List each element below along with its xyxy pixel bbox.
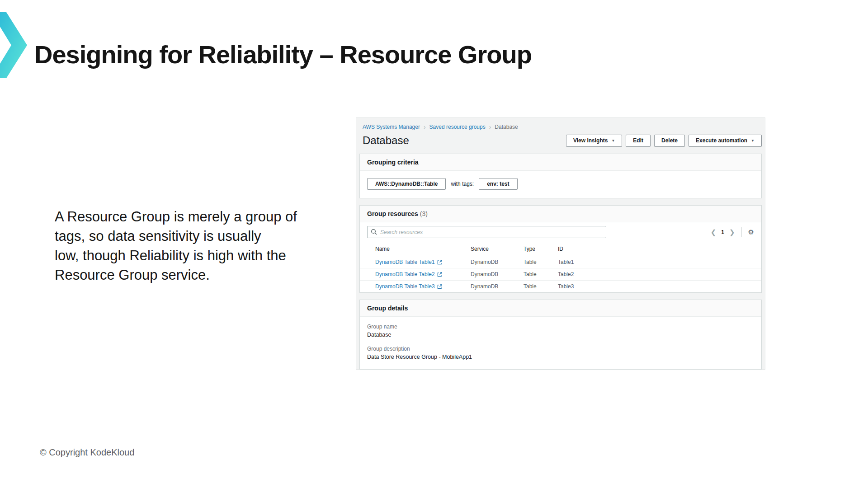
table-row: DynamoDB Table Table2 DynamoDB Table Tab… — [360, 268, 761, 280]
resource-service: DynamoDB — [471, 259, 524, 265]
grouping-criteria-header: Grouping criteria — [360, 154, 761, 171]
resource-link[interactable]: DynamoDB Table Table2 — [375, 271, 471, 277]
group-resources-count: (3) — [420, 210, 428, 217]
view-insights-label: View Insights — [573, 137, 608, 144]
resource-name: DynamoDB Table Table1 — [375, 259, 435, 265]
slide-body-paragraph: A Resource Group is merely a group of ta… — [55, 207, 297, 285]
group-name-label: Group name — [367, 324, 754, 330]
column-header-name: Name — [375, 246, 471, 252]
breadcrumb-separator-icon: › — [489, 124, 491, 130]
action-toolbar: View Insights ▼ Edit Delete Execute auto… — [566, 135, 762, 147]
column-header-id: ID — [558, 246, 754, 252]
resource-link[interactable]: DynamoDB Table Table3 — [375, 283, 471, 290]
group-details-header: Group details — [360, 300, 761, 317]
resources-table-header-row: Name Service Type ID — [360, 242, 761, 256]
body-line: Resource Group service. — [55, 265, 297, 285]
edit-button[interactable]: Edit — [626, 135, 651, 147]
body-line: low, though Reliability is high with the — [55, 246, 297, 265]
edit-label: Edit — [633, 137, 643, 144]
view-insights-button[interactable]: View Insights ▼ — [566, 135, 622, 147]
table-row: DynamoDB Table Table1 DynamoDB Table Tab… — [360, 256, 761, 268]
settings-gear-icon[interactable]: ⚙ — [748, 229, 754, 235]
execute-automation-button[interactable]: Execute automation ▼ — [689, 135, 762, 147]
grouping-criteria-card: Grouping criteria AWS::DynamoDB::Table w… — [359, 154, 762, 198]
slide-title: Designing for Reliability – Resource Gro… — [34, 40, 532, 69]
resource-name: DynamoDB Table Table2 — [375, 271, 435, 277]
resource-link[interactable]: DynamoDB Table Table1 — [375, 259, 471, 265]
resource-id: Table2 — [558, 271, 754, 277]
pagination: ❮ 1 ❯ ⚙ — [711, 227, 754, 237]
group-resources-title: Group resources — [367, 210, 418, 217]
resource-id: Table1 — [558, 259, 754, 265]
external-link-icon — [437, 272, 442, 277]
previous-page-icon[interactable]: ❮ — [711, 229, 717, 235]
breadcrumb-aws-systems-manager[interactable]: AWS Systems Manager — [363, 124, 420, 130]
current-page-number[interactable]: 1 — [721, 229, 724, 235]
console-page-header: Database View Insights ▼ Edit Delete Exe… — [363, 134, 762, 147]
kodekloud-logo-chevron — [0, 11, 29, 79]
next-page-icon[interactable]: ❯ — [729, 229, 735, 235]
breadcrumb-saved-resource-groups[interactable]: Saved resource groups — [429, 124, 486, 130]
pager-divider — [741, 227, 742, 237]
tag-chip: env: test — [479, 178, 517, 190]
resource-name: DynamoDB Table Table3 — [375, 283, 435, 290]
resource-service: DynamoDB — [471, 271, 524, 277]
body-line: A Resource Group is merely a group of — [55, 207, 297, 226]
group-description-value: Data Store Resource Group - MobileApp1 — [367, 354, 754, 360]
group-description-field: Group description Data Store Resource Gr… — [367, 346, 754, 360]
chevron-down-icon: ▼ — [611, 139, 615, 143]
breadcrumb: AWS Systems Manager › Saved resource gro… — [359, 118, 762, 130]
group-details-body: Group name Database Group description Da… — [360, 317, 761, 369]
group-resources-header: Group resources (3) — [360, 206, 761, 222]
resource-service: DynamoDB — [471, 283, 524, 290]
column-header-service: Service — [471, 246, 524, 252]
group-name-field: Group name Database — [367, 324, 754, 338]
resources-toolbar: ❮ 1 ❯ ⚙ — [360, 222, 761, 242]
resource-type-chip: AWS::DynamoDB::Table — [367, 178, 446, 190]
with-tags-label: with tags: — [451, 181, 474, 187]
group-description-label: Group description — [367, 346, 754, 352]
body-line: tags, so data sensitivity is usually — [55, 226, 297, 246]
group-details-card: Group details Group name Database Group … — [359, 300, 762, 370]
external-link-icon — [437, 260, 442, 265]
breadcrumb-current-database: Database — [495, 124, 518, 130]
page-title: Database — [363, 134, 409, 147]
column-header-type: Type — [524, 246, 558, 252]
delete-label: Delete — [661, 137, 678, 144]
search-resources-input[interactable] — [367, 226, 606, 238]
table-row: DynamoDB Table Table3 DynamoDB Table Tab… — [360, 280, 761, 292]
chevron-down-icon: ▼ — [751, 139, 755, 143]
external-link-icon — [437, 284, 442, 289]
resource-id: Table3 — [558, 283, 754, 290]
group-name-value: Database — [367, 332, 754, 338]
aws-console-screenshot: AWS Systems Manager › Saved resource gro… — [356, 117, 765, 370]
execute-automation-label: Execute automation — [696, 137, 747, 144]
breadcrumb-separator-icon: › — [424, 124, 426, 130]
slide-canvas: Designing for Reliability – Resource Gro… — [0, 0, 868, 488]
resource-type: Table — [524, 271, 558, 277]
group-resources-card: Group resources (3) ❮ 1 ❯ ⚙ — [359, 205, 762, 293]
search-icon — [371, 229, 377, 235]
resource-type: Table — [524, 283, 558, 290]
resource-type: Table — [524, 259, 558, 265]
delete-button[interactable]: Delete — [654, 135, 685, 147]
grouping-criteria-body: AWS::DynamoDB::Table with tags: env: tes… — [360, 171, 761, 198]
copyright-text: © Copyright KodeKloud — [40, 447, 134, 458]
search-box — [367, 226, 606, 238]
